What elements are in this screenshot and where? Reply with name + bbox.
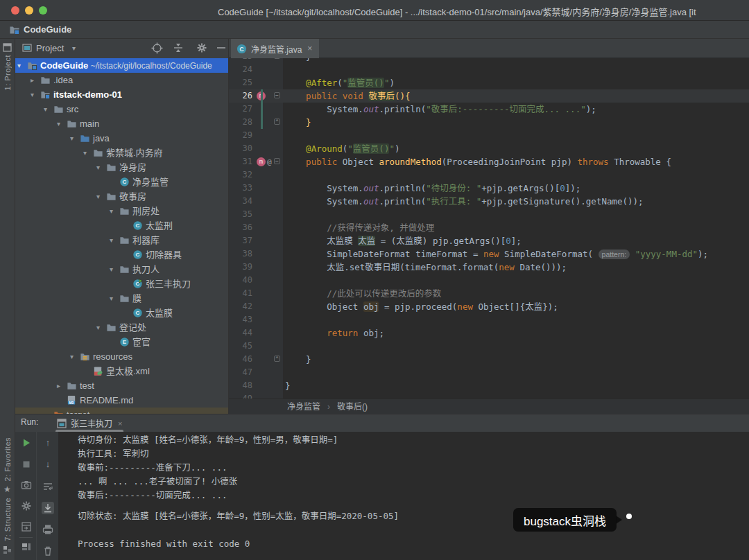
tree-item-利器库[interactable]: ▾利器库 <box>15 233 228 247</box>
close-traffic-light[interactable] <box>11 6 19 15</box>
code-line-37[interactable]: 37 太监膜 太监 = (太监膜) pjp.getArgs()[0]; <box>229 234 749 247</box>
chevron-down-icon[interactable]: ▾ <box>70 349 74 364</box>
project-view-selector[interactable]: Project <box>36 43 64 53</box>
breadcrumb-method[interactable]: 敬事后() <box>337 402 368 412</box>
tree-item-resources[interactable]: ▾resources <box>15 349 228 364</box>
tree-item-太监刑[interactable]: C太监刑 <box>15 218 228 233</box>
chevron-down-icon[interactable]: ▾ <box>70 131 74 146</box>
fold-marker-icon[interactable]: − <box>274 92 280 98</box>
breadcrumb-class[interactable]: 净身监管 <box>287 402 320 412</box>
locate-icon[interactable] <box>151 42 163 54</box>
tree-item-净身监管[interactable]: C净身监管 <box>15 175 228 189</box>
code-line-48[interactable]: 48} <box>229 379 749 392</box>
code-line-39[interactable]: 39 太监.set敬事日期(timeFormat.format(new Date… <box>229 261 749 274</box>
run-console[interactable]: 待切身份: 太监膜 [姓名=小德张，年龄=9，性别=男，敬事日期=]执行工具: … <box>58 433 749 560</box>
code-line-40[interactable]: 40 <box>229 274 749 287</box>
chevron-down-icon[interactable]: ▾ <box>44 102 47 116</box>
project-view-icon[interactable] <box>21 42 33 53</box>
code-line-46[interactable]: 46⌃ } <box>229 353 749 366</box>
code-line-25[interactable]: 25 @After("监管员()") <box>229 76 749 89</box>
tree-item-张三丰执刀[interactable]: C张三丰执刀 <box>15 277 228 291</box>
close-icon[interactable]: × <box>118 419 122 428</box>
code-area[interactable]: 23⌃ }2425 @After("监管员()")26m− public voi… <box>229 58 749 399</box>
close-icon[interactable]: × <box>307 44 312 53</box>
chevron-down-icon[interactable]: ▾ <box>17 58 21 73</box>
chevron-down-icon[interactable]: ▾ <box>83 146 87 160</box>
clear-icon[interactable] <box>42 545 54 557</box>
tree-item-皇太极.xml[interactable]: 皇太极.xml <box>15 364 228 378</box>
collapse-all-icon[interactable] <box>173 42 184 53</box>
restore-layout-icon[interactable] <box>20 520 33 533</box>
code-line-42[interactable]: 42 Object obj = pjp.proceed(new Object[]… <box>229 300 749 313</box>
chevron-down-icon[interactable]: ▾ <box>110 291 113 306</box>
stripe-button-favorites[interactable]: 2: Favorites <box>3 437 12 481</box>
tree-item-.idea[interactable]: ▸.idea <box>15 73 228 87</box>
more-icon[interactable]: » <box>20 555 33 560</box>
tree-item-膜[interactable]: ▾膜 <box>15 291 228 306</box>
code-line-28[interactable]: 28⌃ } <box>229 116 749 129</box>
editor-tab[interactable]: C 净身监管.java × <box>231 39 319 58</box>
settings-icon[interactable] <box>196 42 207 53</box>
chevron-down-icon[interactable]: ▾ <box>31 87 34 102</box>
code-line-47[interactable]: 47 <box>229 366 749 379</box>
code-line-38[interactable]: 38 SimpleDateFormat timeFormat = new Sim… <box>229 247 749 261</box>
thread-dump-icon[interactable] <box>20 479 33 491</box>
code-line-49[interactable]: 49 <box>229 392 749 399</box>
tree-item-main[interactable]: ▾main <box>15 116 228 131</box>
chevron-down-icon[interactable]: ▾ <box>96 160 100 175</box>
tree-item-CodeGuide[interactable]: ▾CodeGuide ~/itstack/git/localhost/CodeG… <box>15 58 228 73</box>
chevron-down-icon[interactable]: ▾ <box>110 204 113 218</box>
code-line-45[interactable]: 45 <box>229 340 749 353</box>
chevron-right-icon[interactable]: ▸ <box>57 378 60 393</box>
scroll-end-icon[interactable] <box>42 502 54 514</box>
code-line-43[interactable]: 43 <box>229 313 749 326</box>
code-line-31[interactable]: 31m@− public Object aroundMethod(Proceed… <box>229 155 749 168</box>
code-line-34[interactable]: 34 System.out.println("执行工具: "+pjp.getSi… <box>229 195 749 208</box>
chevron-down-icon[interactable]: ▾ <box>57 116 60 131</box>
print-icon[interactable] <box>42 523 54 536</box>
code-line-35[interactable]: 35 <box>229 208 749 221</box>
minimize-traffic-light[interactable] <box>25 6 33 15</box>
settings-icon[interactable] <box>20 500 33 512</box>
code-line-27[interactable]: 27 System.out.println("敬事后:---------切面完成… <box>229 103 749 116</box>
up-icon[interactable]: ↑ <box>42 437 54 449</box>
tree-item-src[interactable]: ▾src <box>15 102 228 116</box>
fold-marker-icon[interactable]: − <box>274 158 280 164</box>
rerun-icon[interactable] <box>20 437 33 449</box>
tree-item-test[interactable]: ▸test <box>15 378 228 393</box>
tree-item-太监膜[interactable]: C太监膜 <box>15 306 228 320</box>
pin-icon[interactable] <box>20 541 33 553</box>
soft-wrap-icon[interactable] <box>42 480 54 493</box>
tree-item-README.md[interactable]: MDREADME.md <box>15 393 228 408</box>
down-icon[interactable]: ↓ <box>42 458 54 471</box>
fold-marker-icon[interactable]: ⌃ <box>274 58 280 59</box>
chevron-down-icon[interactable]: ▾ <box>110 262 113 277</box>
aop-advice-icon[interactable]: m <box>257 157 266 166</box>
code-line-41[interactable]: 41 //此处可以传递更改后的参数 <box>229 287 749 300</box>
run-tab[interactable]: 张三丰执刀 × <box>51 414 128 432</box>
code-line-32[interactable]: 32 <box>229 168 749 182</box>
tree-item-刑房处[interactable]: ▾刑房处 <box>15 204 228 218</box>
tree-item-登记处[interactable]: ▾登记处 <box>15 320 228 335</box>
code-line-44[interactable]: 44 return obj; <box>229 326 749 340</box>
chevron-right-icon[interactable]: ▸ <box>44 408 47 414</box>
chevron-down-icon[interactable]: ▾ <box>96 320 100 335</box>
code-line-33[interactable]: 33 System.out.println("待切身份: "+pjp.getAr… <box>229 182 749 195</box>
tree-item-itstack-demo-01[interactable]: ▾itstack-demo-01 <box>15 87 228 102</box>
code-line-24[interactable]: 24 <box>229 63 749 76</box>
tree-item-切除器具[interactable]: C切除器具 <box>15 247 228 262</box>
chevron-down-icon[interactable]: ▾ <box>110 233 113 247</box>
maximize-traffic-light[interactable] <box>39 6 47 15</box>
code-line-26[interactable]: 26m− public void 敬事后(){ <box>229 89 749 103</box>
stripe-button-structure[interactable]: 7: Structure <box>3 498 12 541</box>
tree-item-宦官[interactable]: E宦官 <box>15 335 228 349</box>
chevron-down-icon[interactable]: ▾ <box>96 189 100 204</box>
fold-marker-icon[interactable]: ⌃ <box>274 119 280 125</box>
code-line-29[interactable]: 29 <box>229 129 749 142</box>
code-line-30[interactable]: 30 @Around("监管员()") <box>229 142 749 155</box>
tree-item-java[interactable]: ▾java <box>15 131 228 146</box>
tree-item-净身房[interactable]: ▾净身房 <box>15 160 228 175</box>
stripe-button-project[interactable]: 1: Project <box>3 55 12 90</box>
tree-item-target[interactable]: ▸target <box>15 408 228 414</box>
fold-marker-icon[interactable]: ⌃ <box>274 356 280 362</box>
